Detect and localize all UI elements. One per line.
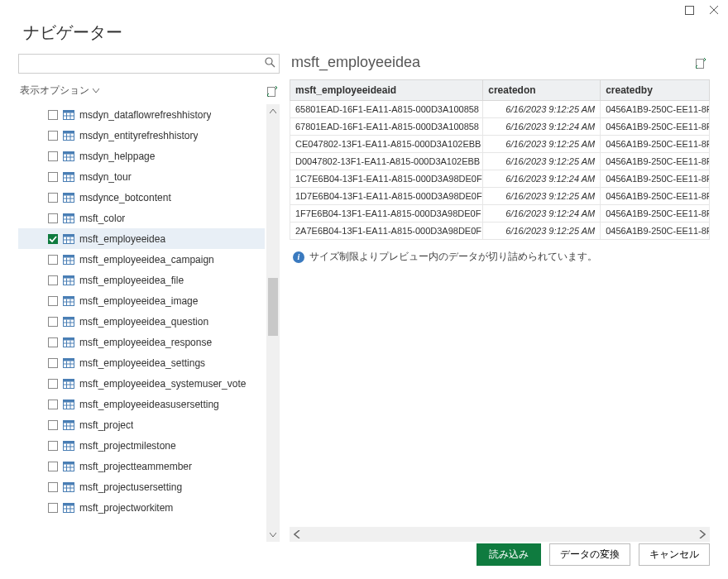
cancel-button[interactable]: キャンセル (639, 543, 710, 566)
tree-item[interactable]: msft_projectworkitem (18, 497, 265, 518)
tree-item[interactable]: msft_employeeidea_settings (18, 352, 265, 373)
checkbox[interactable] (48, 110, 58, 120)
table-row[interactable]: CE047802-13F1-EA11-A815-000D3A102EBB6/16… (290, 136, 710, 153)
tree-item[interactable]: msdyn_entityrefreshhistory (18, 125, 265, 146)
tree-item[interactable]: msft_employeeidea_campaign (18, 249, 265, 270)
tree-item[interactable]: msdyn_dataflowrefreshhistory (18, 104, 265, 125)
table-row[interactable]: 2A7E6B04-13F1-EA11-A815-000D3A98DE0F6/16… (290, 223, 710, 240)
table-icon (63, 482, 74, 492)
display-options-dropdown[interactable]: 表示オプション (20, 84, 99, 98)
tree-item[interactable]: msft_employeeidea_response (18, 332, 265, 352)
column-header[interactable]: createdon (483, 80, 601, 101)
tree-item-label: msft_color (79, 213, 125, 224)
tree-item[interactable]: msft_projectteammember (18, 456, 265, 476)
table-icon (63, 400, 74, 409)
tree-item[interactable]: msdynce_botcontent (18, 187, 265, 208)
checkbox[interactable] (48, 296, 58, 306)
checkbox[interactable] (48, 482, 58, 492)
scroll-up-icon[interactable] (266, 104, 280, 117)
cell-createdon: 6/16/2023 9:12:24 AM (483, 170, 601, 188)
tree-item[interactable]: msft_projectusersetting (18, 476, 265, 497)
checkbox[interactable] (48, 131, 58, 141)
transform-data-button[interactable]: データの変換 (549, 543, 630, 566)
table-row[interactable]: 65801EAD-16F1-EA11-A815-000D3A1008586/16… (290, 101, 710, 118)
table-icon (63, 337, 74, 347)
scroll-thumb[interactable] (268, 278, 278, 336)
checkbox[interactable] (48, 213, 58, 223)
checkbox[interactable] (48, 255, 58, 265)
tree-item[interactable]: msft_employeeideasusersetting (18, 394, 265, 414)
svg-rect-0 (685, 6, 693, 14)
checkbox[interactable] (48, 379, 58, 389)
scroll-down-icon[interactable] (266, 529, 280, 542)
cell-id: 65801EAD-16F1-EA11-A815-000D3A100858 (290, 101, 483, 118)
svg-rect-7 (64, 110, 74, 112)
tree-item[interactable]: msft_employeeidea_question (18, 311, 265, 332)
tree-item-label: msft_projectusersetting (79, 481, 182, 493)
checkbox[interactable] (48, 275, 58, 285)
checkbox[interactable] (48, 234, 58, 244)
checkbox[interactable] (48, 462, 58, 471)
table-icon (63, 462, 74, 471)
table-icon (63, 275, 74, 285)
search-box[interactable] (18, 54, 280, 74)
tree-item[interactable]: msdyn_helppage (18, 146, 265, 166)
info-text: サイズ制限よりプレビュー内のデータが切り詰められています。 (309, 250, 597, 264)
svg-rect-12 (64, 131, 74, 133)
tree-item[interactable]: msft_project (18, 414, 265, 435)
checkbox[interactable] (48, 400, 58, 409)
tree-item-label: msft_employeeidea_image (79, 295, 198, 307)
scroll-left-icon[interactable] (290, 527, 304, 542)
tree-item[interactable]: msft_employeeidea (18, 228, 265, 249)
tree-item-label: msdyn_helppage (79, 151, 155, 162)
tree-item[interactable]: msft_employeeidea_file (18, 270, 265, 290)
tree-item-label: msft_employeeidea_settings (79, 357, 205, 369)
search-input[interactable] (22, 56, 265, 71)
checkbox[interactable] (48, 172, 58, 182)
horizontal-scrollbar[interactable] (290, 527, 710, 542)
checkbox[interactable] (48, 337, 58, 347)
table-row[interactable]: 67801EAD-16F1-EA11-A815-000D3A1008586/16… (290, 118, 710, 136)
checkbox[interactable] (48, 317, 58, 327)
vertical-scrollbar[interactable] (266, 104, 280, 542)
table-row[interactable]: D0047802-13F1-EA11-A815-000D3A102EBB6/16… (290, 153, 710, 170)
preview-refresh-icon[interactable] (695, 57, 706, 69)
column-header[interactable]: createdby (601, 80, 710, 101)
maximize-button[interactable] (683, 4, 695, 16)
tree-item[interactable]: msdyn_tour (18, 166, 265, 187)
checkbox[interactable] (48, 151, 58, 161)
checkbox[interactable] (48, 358, 58, 368)
load-button[interactable]: 読み込み (477, 543, 541, 566)
checkbox[interactable] (48, 503, 58, 513)
checkbox[interactable] (48, 193, 58, 203)
scroll-right-icon[interactable] (695, 527, 710, 542)
tree-item-label: msdyn_tour (79, 171, 132, 183)
checkbox[interactable] (48, 441, 58, 451)
column-header[interactable]: msft_employeeideaid (290, 80, 483, 101)
svg-rect-97 (64, 482, 74, 485)
table-row[interactable]: 1F7E6B04-13F1-EA11-A815-000D3A98DE0F6/16… (290, 205, 710, 223)
cell-createdby: 0456A1B9-250C-EE11-8F6 (601, 136, 710, 153)
tree-item[interactable]: msft_color (18, 208, 265, 228)
search-icon[interactable] (265, 57, 275, 70)
cell-createdby: 0456A1B9-250C-EE11-8F6 (601, 153, 710, 170)
table-icon (63, 255, 74, 265)
svg-rect-102 (64, 503, 74, 505)
table-row[interactable]: 1D7E6B04-13F1-EA11-A815-000D3A98DE0F6/16… (290, 188, 710, 205)
tree-item-label: msft_projectteammember (79, 461, 192, 472)
table-tree: msdyn_dataflowrefreshhistorymsdyn_entity… (18, 104, 266, 542)
svg-rect-27 (64, 193, 74, 195)
table-icon (63, 193, 74, 203)
tree-item[interactable]: msft_employeeidea_systemuser_vote (18, 373, 265, 394)
tree-item-label: msdyn_entityrefreshhistory (79, 130, 198, 141)
cell-createdby: 0456A1B9-250C-EE11-8F6 (601, 205, 710, 223)
table-icon (63, 172, 74, 182)
svg-rect-42 (64, 255, 74, 257)
checkbox[interactable] (48, 420, 58, 430)
tree-item-label: msft_employeeidea_campaign (79, 254, 214, 266)
refresh-icon[interactable] (266, 85, 278, 97)
table-row[interactable]: 1C7E6B04-13F1-EA11-A815-000D3A98DE0F6/16… (290, 170, 710, 188)
close-button[interactable] (708, 4, 720, 16)
tree-item[interactable]: msft_employeeidea_image (18, 290, 265, 311)
tree-item[interactable]: msft_projectmilestone (18, 435, 265, 456)
